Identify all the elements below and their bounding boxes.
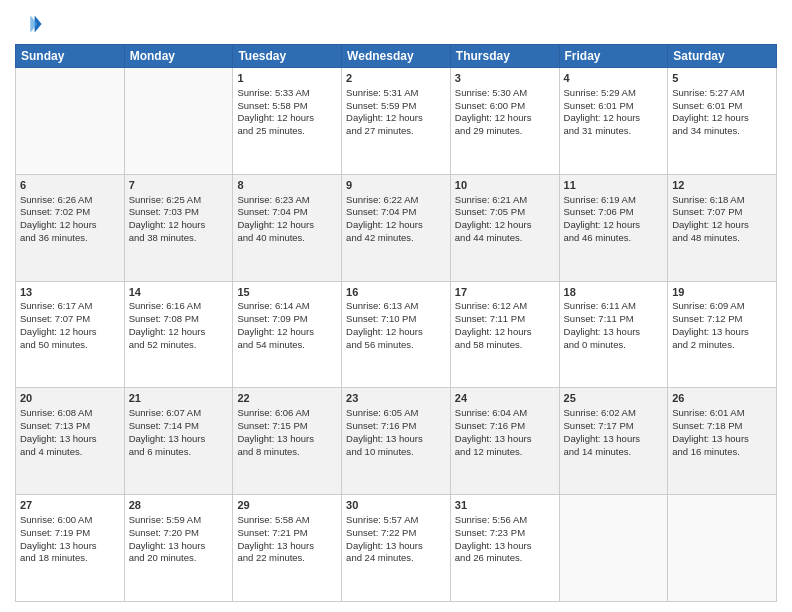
calendar-cell: 12Sunrise: 6:18 AMSunset: 7:07 PMDayligh… xyxy=(668,174,777,281)
day-number: 6 xyxy=(20,178,120,193)
day-number: 24 xyxy=(455,391,555,406)
weekday-header-tuesday: Tuesday xyxy=(233,45,342,68)
day-number: 1 xyxy=(237,71,337,86)
day-number: 9 xyxy=(346,178,446,193)
day-number: 30 xyxy=(346,498,446,513)
calendar-cell: 18Sunrise: 6:11 AMSunset: 7:11 PMDayligh… xyxy=(559,281,668,388)
calendar-cell: 2Sunrise: 5:31 AMSunset: 5:59 PMDaylight… xyxy=(342,68,451,175)
day-number: 15 xyxy=(237,285,337,300)
day-number: 4 xyxy=(564,71,664,86)
calendar-cell: 31Sunrise: 5:56 AMSunset: 7:23 PMDayligh… xyxy=(450,495,559,602)
calendar-cell: 17Sunrise: 6:12 AMSunset: 7:11 PMDayligh… xyxy=(450,281,559,388)
day-number: 17 xyxy=(455,285,555,300)
calendar-cell: 11Sunrise: 6:19 AMSunset: 7:06 PMDayligh… xyxy=(559,174,668,281)
weekday-header-friday: Friday xyxy=(559,45,668,68)
calendar-table: SundayMondayTuesdayWednesdayThursdayFrid… xyxy=(15,44,777,602)
calendar-week-row: 1Sunrise: 5:33 AMSunset: 5:58 PMDaylight… xyxy=(16,68,777,175)
day-number: 18 xyxy=(564,285,664,300)
day-number: 12 xyxy=(672,178,772,193)
day-number: 7 xyxy=(129,178,229,193)
calendar-cell: 13Sunrise: 6:17 AMSunset: 7:07 PMDayligh… xyxy=(16,281,125,388)
calendar-cell: 14Sunrise: 6:16 AMSunset: 7:08 PMDayligh… xyxy=(124,281,233,388)
day-number: 14 xyxy=(129,285,229,300)
weekday-header-monday: Monday xyxy=(124,45,233,68)
calendar-cell: 28Sunrise: 5:59 AMSunset: 7:20 PMDayligh… xyxy=(124,495,233,602)
day-number: 27 xyxy=(20,498,120,513)
calendar-cell xyxy=(124,68,233,175)
calendar-cell: 10Sunrise: 6:21 AMSunset: 7:05 PMDayligh… xyxy=(450,174,559,281)
day-number: 28 xyxy=(129,498,229,513)
calendar-cell: 1Sunrise: 5:33 AMSunset: 5:58 PMDaylight… xyxy=(233,68,342,175)
day-number: 8 xyxy=(237,178,337,193)
calendar-cell: 27Sunrise: 6:00 AMSunset: 7:19 PMDayligh… xyxy=(16,495,125,602)
calendar-cell: 20Sunrise: 6:08 AMSunset: 7:13 PMDayligh… xyxy=(16,388,125,495)
weekday-header-saturday: Saturday xyxy=(668,45,777,68)
calendar-cell: 3Sunrise: 5:30 AMSunset: 6:00 PMDaylight… xyxy=(450,68,559,175)
calendar-cell xyxy=(559,495,668,602)
day-number: 21 xyxy=(129,391,229,406)
logo xyxy=(15,10,47,38)
day-number: 2 xyxy=(346,71,446,86)
calendar-cell: 21Sunrise: 6:07 AMSunset: 7:14 PMDayligh… xyxy=(124,388,233,495)
weekday-header-sunday: Sunday xyxy=(16,45,125,68)
day-number: 19 xyxy=(672,285,772,300)
day-number: 25 xyxy=(564,391,664,406)
day-number: 16 xyxy=(346,285,446,300)
calendar-cell: 16Sunrise: 6:13 AMSunset: 7:10 PMDayligh… xyxy=(342,281,451,388)
weekday-header-row: SundayMondayTuesdayWednesdayThursdayFrid… xyxy=(16,45,777,68)
page: SundayMondayTuesdayWednesdayThursdayFrid… xyxy=(0,0,792,612)
calendar-cell: 7Sunrise: 6:25 AMSunset: 7:03 PMDaylight… xyxy=(124,174,233,281)
calendar-cell: 26Sunrise: 6:01 AMSunset: 7:18 PMDayligh… xyxy=(668,388,777,495)
day-number: 11 xyxy=(564,178,664,193)
calendar-cell: 4Sunrise: 5:29 AMSunset: 6:01 PMDaylight… xyxy=(559,68,668,175)
day-number: 5 xyxy=(672,71,772,86)
day-number: 10 xyxy=(455,178,555,193)
calendar-cell: 8Sunrise: 6:23 AMSunset: 7:04 PMDaylight… xyxy=(233,174,342,281)
calendar-cell xyxy=(16,68,125,175)
calendar-week-row: 27Sunrise: 6:00 AMSunset: 7:19 PMDayligh… xyxy=(16,495,777,602)
day-number: 22 xyxy=(237,391,337,406)
calendar-cell: 5Sunrise: 5:27 AMSunset: 6:01 PMDaylight… xyxy=(668,68,777,175)
day-number: 3 xyxy=(455,71,555,86)
calendar-cell: 25Sunrise: 6:02 AMSunset: 7:17 PMDayligh… xyxy=(559,388,668,495)
calendar-cell xyxy=(668,495,777,602)
day-number: 13 xyxy=(20,285,120,300)
calendar-cell: 9Sunrise: 6:22 AMSunset: 7:04 PMDaylight… xyxy=(342,174,451,281)
day-number: 26 xyxy=(672,391,772,406)
calendar-week-row: 20Sunrise: 6:08 AMSunset: 7:13 PMDayligh… xyxy=(16,388,777,495)
calendar-cell: 24Sunrise: 6:04 AMSunset: 7:16 PMDayligh… xyxy=(450,388,559,495)
calendar-cell: 6Sunrise: 6:26 AMSunset: 7:02 PMDaylight… xyxy=(16,174,125,281)
header xyxy=(15,10,777,38)
calendar-cell: 23Sunrise: 6:05 AMSunset: 7:16 PMDayligh… xyxy=(342,388,451,495)
day-number: 29 xyxy=(237,498,337,513)
weekday-header-wednesday: Wednesday xyxy=(342,45,451,68)
weekday-header-thursday: Thursday xyxy=(450,45,559,68)
calendar-cell: 29Sunrise: 5:58 AMSunset: 7:21 PMDayligh… xyxy=(233,495,342,602)
day-number: 31 xyxy=(455,498,555,513)
logo-icon xyxy=(15,10,43,38)
calendar-week-row: 6Sunrise: 6:26 AMSunset: 7:02 PMDaylight… xyxy=(16,174,777,281)
calendar-cell: 19Sunrise: 6:09 AMSunset: 7:12 PMDayligh… xyxy=(668,281,777,388)
day-number: 20 xyxy=(20,391,120,406)
day-number: 23 xyxy=(346,391,446,406)
calendar-cell: 15Sunrise: 6:14 AMSunset: 7:09 PMDayligh… xyxy=(233,281,342,388)
calendar-cell: 22Sunrise: 6:06 AMSunset: 7:15 PMDayligh… xyxy=(233,388,342,495)
calendar-week-row: 13Sunrise: 6:17 AMSunset: 7:07 PMDayligh… xyxy=(16,281,777,388)
calendar-cell: 30Sunrise: 5:57 AMSunset: 7:22 PMDayligh… xyxy=(342,495,451,602)
